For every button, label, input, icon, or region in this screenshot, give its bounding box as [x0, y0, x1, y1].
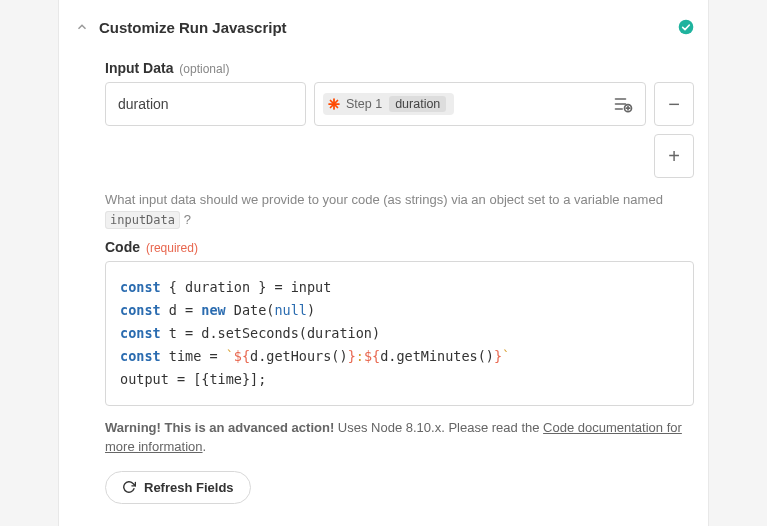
helper-prefix: What input data should we provide to you… — [105, 192, 663, 207]
refresh-fields-button[interactable]: Refresh Fields — [105, 471, 251, 504]
tok: output = [{time}]; — [120, 371, 266, 387]
refresh-icon — [122, 480, 136, 494]
tok: : — [356, 348, 364, 364]
panel-content: Input Data (optional) Step 1 duration — [59, 60, 708, 504]
code-label: Code (required) — [105, 239, 694, 255]
step-panel: Customize Run Javascript Input Data (opt… — [58, 0, 709, 526]
tok: d = — [161, 302, 202, 318]
tok: const — [120, 348, 161, 364]
add-row-container: + — [105, 134, 694, 178]
input-data-helper: What input data should we provide to you… — [105, 190, 694, 229]
code-label-text: Code — [105, 239, 140, 255]
status-success-icon — [678, 19, 694, 35]
panel-header: Customize Run Javascript — [59, 18, 708, 50]
warning-bold: Warning! This is an advanced action! — [105, 420, 334, 435]
input-data-label-text: Input Data — [105, 60, 173, 76]
tok: new — [201, 302, 225, 318]
tok: t = d.setSeconds(duration) — [161, 325, 380, 341]
step-pill[interactable]: Step 1 duration — [323, 93, 454, 115]
tok: d.getMinutes() — [380, 348, 494, 364]
tok: ${ — [364, 348, 380, 364]
remove-row-button[interactable]: − — [654, 82, 694, 126]
collapse-toggle[interactable] — [73, 18, 91, 36]
helper-suffix: ? — [180, 212, 191, 227]
svg-point-0 — [679, 20, 694, 35]
tok: const — [120, 302, 161, 318]
chevron-up-icon — [75, 20, 89, 34]
step-pill-field: duration — [389, 96, 446, 112]
helper-code: inputData — [105, 211, 180, 229]
tok: } — [494, 348, 502, 364]
tok: ` — [226, 348, 234, 364]
zapier-icon — [327, 97, 341, 111]
tok: const — [120, 325, 161, 341]
add-row-button[interactable]: + — [654, 134, 694, 178]
tok: } — [348, 348, 356, 364]
input-data-key-field[interactable] — [105, 82, 306, 126]
warning-text: Warning! This is an advanced action! Use… — [105, 418, 694, 457]
optional-tag: (optional) — [179, 62, 229, 76]
code-editor[interactable]: const { duration } = input const d = new… — [105, 261, 694, 406]
tok: Date( — [226, 302, 275, 318]
tok: ` — [502, 348, 510, 364]
input-data-value-field[interactable]: Step 1 duration — [314, 82, 646, 126]
field-tools — [609, 90, 637, 118]
step-pill-step: Step 1 — [346, 97, 382, 111]
section-title: Customize Run Javascript — [99, 19, 678, 36]
tok: const — [120, 279, 161, 295]
tok: null — [274, 302, 307, 318]
input-data-row: Step 1 duration − — [105, 82, 694, 126]
warning-period: . — [203, 439, 207, 454]
tok: d.getHours() — [250, 348, 348, 364]
tok: { duration } = input — [161, 279, 332, 295]
tok: ${ — [234, 348, 250, 364]
input-data-label: Input Data (optional) — [105, 60, 694, 76]
warning-body: Uses Node 8.10.x. Please read the — [334, 420, 543, 435]
required-tag: (required) — [146, 241, 198, 255]
insert-data-button[interactable] — [609, 90, 637, 118]
refresh-label: Refresh Fields — [144, 480, 234, 495]
tok: time = — [161, 348, 226, 364]
tok: ) — [307, 302, 315, 318]
list-plus-icon — [613, 94, 633, 114]
